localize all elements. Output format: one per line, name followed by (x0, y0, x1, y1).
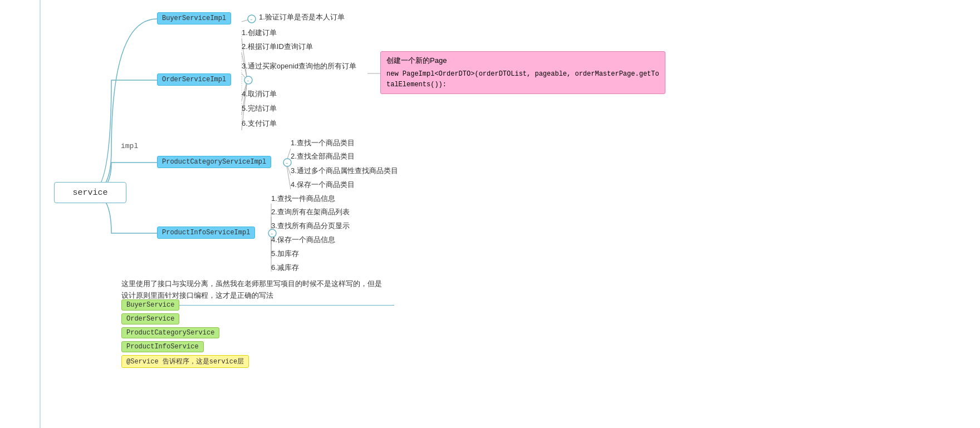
order-note-code: new PageImpl<OrderDTO>(orderDTOList, pag… (386, 69, 659, 90)
order-item-1: 1.创建订单 (242, 28, 277, 38)
order-item-3: 3.通过买家openid查询他的所有订单 (242, 61, 356, 71)
svg-line-9 (286, 161, 291, 163)
order-item-2: 2.根据订单ID查询订单 (242, 42, 313, 52)
svg-point-21 (248, 15, 256, 23)
svg-point-25 (283, 159, 291, 166)
left-deco-line (0, 0, 56, 428)
mindmap-canvas: impl - - - - - service BuyerServiceImpl … (0, 0, 980, 428)
product-info-item-1: 1.查找一件商品信息 (271, 194, 335, 204)
product-info-service-impl-node[interactable]: ProductInfoServiceImpl (157, 227, 255, 239)
product-info-item-4: 4.保存一个商品信息 (271, 235, 335, 245)
service-label: service (72, 188, 107, 198)
order-item-6: 6.支付订单 (242, 119, 277, 129)
buyer-service-impl-label: BuyerServiceImpl (162, 14, 226, 22)
svg-text:impl: impl (121, 142, 138, 150)
product-category-service-node[interactable]: ProductCategoryService (121, 327, 219, 338)
buyer-service-impl-node[interactable]: BuyerServiceImpl (157, 12, 231, 24)
svg-text:-: - (246, 77, 250, 84)
order-note-title: 创建一个新的Page (386, 55, 659, 67)
product-category-service-impl-node[interactable]: ProductCategoryServiceImpl (157, 156, 271, 168)
order-service-impl-label: OrderServiceImpl (162, 76, 226, 83)
product-category-item-2: 2.查找全部商品类目 (291, 151, 355, 161)
product-info-item-6: 6.减库存 (271, 263, 299, 273)
service-annotation-node[interactable]: @Service 告诉程序，这是service层 (121, 355, 249, 368)
product-info-item-5: 5.加库存 (271, 249, 299, 259)
order-item-5: 5.完结订单 (242, 104, 277, 114)
product-info-item-3: 3.查找所有商品分页显示 (271, 221, 350, 231)
order-note-box: 创建一个新的Page new PageImpl<OrderDTO>(orderD… (380, 51, 665, 94)
product-category-service-impl-label: ProductCategoryServiceImpl (162, 158, 266, 166)
svg-line-0 (242, 19, 251, 22)
product-info-service-impl-label: ProductInfoServiceImpl (162, 229, 250, 237)
product-info-service-node[interactable]: ProductInfoService (121, 341, 204, 352)
buyer-service-node[interactable]: BuyerService (121, 299, 179, 311)
product-info-item-2: 2.查询所有在架商品列表 (271, 207, 350, 217)
svg-line-3 (242, 73, 247, 80)
product-category-item-3: 3.通过多个商品属性查找商品类目 (291, 166, 398, 176)
product-category-item-4: 4.保存一个商品类目 (291, 180, 355, 190)
svg-line-10 (286, 163, 291, 175)
service-node[interactable]: service (54, 182, 126, 203)
buyer-item-1: 1.验证订单是否是本人订单 (259, 12, 345, 22)
svg-text:-: - (249, 16, 253, 23)
order-service-impl-node[interactable]: OrderServiceImpl (157, 73, 231, 86)
svg-line-8 (286, 149, 291, 163)
svg-text:-: - (285, 160, 289, 166)
order-item-4: 4.取消订单 (242, 89, 277, 99)
svg-point-23 (244, 76, 252, 84)
order-service-node[interactable]: OrderService (121, 313, 179, 324)
svg-line-11 (286, 163, 291, 189)
product-category-item-1: 1.查找一个商品类目 (291, 138, 355, 148)
